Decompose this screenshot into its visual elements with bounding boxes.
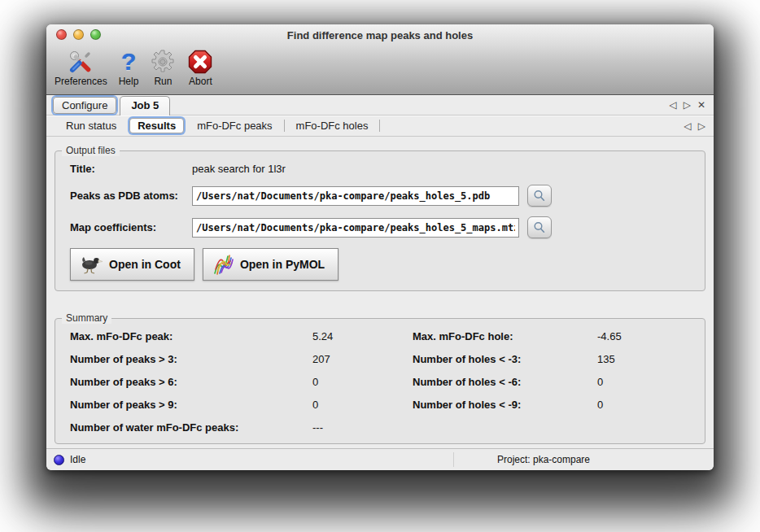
peaks-gt3-label: Number of peaks > 3:	[70, 353, 312, 365]
view-map-coefficients-button[interactable]	[527, 216, 552, 238]
results-panel: Output files Title: peak search for 1l3r…	[46, 137, 714, 448]
peaks-pdb-label: Peaks as PDB atoms:	[70, 190, 192, 202]
summary-group-label: Summary	[62, 312, 111, 324]
tab-run-status[interactable]: Run status	[56, 120, 126, 132]
map-coefficients-label: Map coefficients:	[70, 221, 192, 233]
minimize-window-button[interactable]	[73, 29, 84, 40]
peaks-pdb-path-input[interactable]	[192, 186, 519, 206]
close-window-button[interactable]	[56, 29, 67, 40]
subtab-separator	[284, 120, 285, 132]
magnifier-icon	[533, 221, 546, 234]
abort-icon	[187, 48, 213, 76]
preferences-icon	[67, 48, 94, 76]
main-tab-bar: Configure Job 5 ◁ ▷ ✕	[46, 95, 714, 116]
max-peak-label: Max. mFo-DFc peak:	[70, 330, 312, 342]
holes-lt9-value: 0	[597, 399, 690, 411]
peaks-gt9-label: Number of peaks > 9:	[70, 399, 312, 411]
status-orb-icon	[54, 455, 64, 465]
pymol-ribbon-icon	[212, 253, 234, 276]
view-peaks-pdb-button[interactable]	[527, 185, 552, 207]
open-in-coot-label: Open in Coot	[109, 258, 181, 271]
tab-scroll-right-icon[interactable]: ▷	[684, 100, 691, 110]
title-label: Title:	[70, 163, 192, 175]
tab-results[interactable]: Results	[129, 118, 184, 133]
traffic-lights	[56, 29, 101, 40]
status-project: Project: pka-compare	[453, 454, 634, 465]
title-value: peak search for 1l3r	[192, 163, 690, 175]
holes-lt3-value: 135	[597, 353, 690, 365]
window-chrome: Find difference map peaks and holes	[46, 24, 714, 95]
toolbar: Preferences ? Help Run	[46, 46, 714, 89]
run-gear-icon	[150, 48, 176, 76]
app-window: Find difference map peaks and holes	[46, 24, 714, 470]
sub-tab-nav: ◁ ▷	[684, 116, 705, 136]
holes-lt6-label: Number of holes < -6:	[413, 376, 597, 388]
holes-lt9-label: Number of holes < -9:	[413, 399, 597, 411]
output-files-group-label: Output files	[62, 145, 120, 156]
max-peak-value: 5.24	[312, 330, 413, 342]
help-label: Help	[119, 76, 139, 86]
run-button[interactable]: Run	[150, 48, 176, 86]
summary-grid: Max. mFo-DFc peak: 5.24 Max. mFo-DFc hol…	[70, 330, 690, 434]
help-button[interactable]: ? Help	[119, 48, 139, 86]
subtab-scroll-left-icon[interactable]: ◁	[684, 121, 692, 131]
tab-configure[interactable]: Configure	[53, 97, 116, 114]
water-peaks-value: ---	[312, 421, 413, 434]
run-label: Run	[154, 76, 172, 86]
tab-scroll-left-icon[interactable]: ◁	[669, 100, 676, 110]
peaks-pdb-row: Peaks as PDB atoms:	[70, 185, 690, 207]
abort-label: Abort	[189, 76, 212, 86]
status-state: Idle	[70, 454, 85, 465]
sub-tab-bar: Run status Results mFo-DFc peaks mFo-DFc…	[46, 116, 714, 137]
tab-close-icon[interactable]: ✕	[697, 100, 705, 110]
open-in-pymol-label: Open in PyMOL	[240, 258, 325, 271]
status-bar: Idle Project: pka-compare	[46, 448, 714, 470]
zoom-window-button[interactable]	[90, 29, 101, 40]
peaks-gt6-value: 0	[312, 376, 413, 388]
max-hole-value: -4.65	[597, 330, 690, 342]
summary-group: Summary Max. mFo-DFc peak: 5.24 Max. mFo…	[55, 318, 705, 444]
output-files-group: Output files Title: peak search for 1l3r…	[55, 150, 705, 291]
window-title: Find difference map peaks and holes	[46, 29, 714, 41]
subtab-separator	[379, 120, 380, 132]
open-in-coot-button[interactable]: Open in Coot	[70, 248, 194, 281]
tab-mfo-dfc-peaks[interactable]: mFo-DFc peaks	[187, 120, 282, 132]
map-coefficients-row: Map coefficients:	[70, 216, 690, 238]
coot-bird-icon	[79, 254, 103, 275]
holes-lt6-value: 0	[597, 376, 690, 388]
peaks-gt3-value: 207	[312, 353, 413, 365]
max-hole-label: Max. mFo-DFc hole:	[413, 330, 597, 342]
map-coefficients-path-input[interactable]	[192, 218, 519, 238]
title-bar[interactable]: Find difference map peaks and holes	[46, 24, 714, 46]
abort-button[interactable]: Abort	[187, 48, 213, 86]
title-row: Title: peak search for 1l3r	[70, 163, 690, 175]
subtab-scroll-right-icon[interactable]: ▷	[698, 121, 705, 131]
preferences-label: Preferences	[55, 76, 107, 86]
open-in-pymol-button[interactable]: Open in PyMOL	[203, 248, 339, 281]
main-tab-nav: ◁ ▷ ✕	[669, 95, 705, 115]
preferences-button[interactable]: Preferences	[55, 48, 107, 86]
holes-lt3-label: Number of holes < -3:	[413, 353, 597, 365]
peaks-gt9-value: 0	[312, 399, 413, 411]
magnifier-icon	[533, 190, 546, 203]
peaks-gt6-label: Number of peaks > 6:	[70, 376, 312, 388]
help-icon: ?	[121, 48, 136, 76]
tab-mfo-dfc-holes[interactable]: mFo-DFc holes	[286, 120, 378, 132]
water-peaks-label: Number of water mFo-DFc peaks:	[70, 421, 312, 434]
tab-job-5[interactable]: Job 5	[120, 96, 170, 116]
